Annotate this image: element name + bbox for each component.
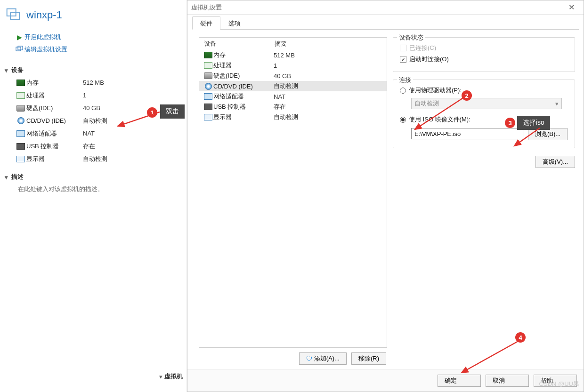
vm-settings-dialog: 虚拟机设置 ✕ 硬件 选项 设备 摘要 内存512 MB处理器1硬盘(IDE)4…: [187, 0, 584, 392]
hw-device: USB 控制器: [213, 103, 274, 111]
hw-device: 硬盘(IDE): [213, 72, 274, 80]
dialog-title: 虚拟机设置: [191, 3, 222, 12]
device-row-usb[interactable]: USB 控制器存在: [8, 140, 178, 152]
hw-summary: 自动检测: [274, 113, 298, 121]
connected-label: 已连接(C): [409, 44, 436, 52]
hw-row-mem[interactable]: 内存512 MB: [199, 50, 387, 60]
net-icon: [203, 92, 213, 101]
device-value: 自动检测: [83, 155, 107, 163]
close-icon[interactable]: ✕: [562, 1, 581, 14]
vm-summary-pane: winxp-1 ▶ 开启此虚拟机 编辑虚拟机设置 ▾ 设备 内存512 MB处理…: [0, 0, 187, 392]
iso-path-input[interactable]: [411, 128, 524, 139]
vm-footer-collapse[interactable]: ▾ 虚拟机: [159, 372, 183, 381]
add-hardware-button[interactable]: 🛡 添加(A)...: [299, 352, 347, 365]
hw-row-hdd[interactable]: 硬盘(IDE)40 GB: [199, 71, 387, 81]
watermark: CSDN @UU果: [539, 380, 579, 388]
physical-drive-select: 自动检测 ▾: [411, 98, 562, 109]
device-label: 内存: [26, 79, 83, 87]
hw-summary: 1: [274, 62, 277, 69]
vm-footer-label: 虚拟机: [164, 372, 183, 381]
annotation-badge-4: 4: [515, 332, 526, 343]
device-row-cpu[interactable]: 处理器1: [8, 89, 178, 102]
physical-drive-value: 自动检测: [414, 99, 439, 108]
devices-header[interactable]: ▾ 设备: [5, 66, 178, 74]
annotation-chip-3: 选择iso: [517, 116, 550, 130]
description-section: ▾ 描述 在此处键入对该虚拟机的描述。: [0, 167, 187, 195]
hw-device: 处理器: [213, 61, 274, 70]
edit-vm-action[interactable]: 编辑虚拟机设置: [14, 43, 187, 56]
hardware-column: 设备 摘要 内存512 MB处理器1硬盘(IDE)40 GBCD/DVD (ID…: [199, 37, 387, 365]
tabstrip: 硬件 选项: [192, 16, 579, 30]
hw-row-mon[interactable]: 显示器自动检测: [199, 112, 387, 122]
device-value: 512 MB: [83, 79, 104, 86]
physical-label: 使用物理驱动器(P):: [409, 86, 462, 95]
device-value: 40 GB: [83, 104, 100, 112]
annotation-badge-3: 3: [505, 118, 515, 128]
device-row-mon[interactable]: 显示器自动检测: [8, 152, 178, 165]
device-row-mem[interactable]: 内存512 MB: [8, 76, 178, 89]
advanced-button[interactable]: 高级(V)...: [535, 156, 575, 168]
hardware-listbox: 设备 摘要 内存512 MB处理器1硬盘(IDE)40 GBCD/DVD (ID…: [199, 37, 387, 348]
device-label: 处理器: [26, 91, 83, 100]
annotation-chip-1: 双击: [160, 104, 185, 119]
hw-row-cpu[interactable]: 处理器1: [199, 60, 387, 71]
vm-actions: ▶ 开启此虚拟机 编辑虚拟机设置: [0, 29, 187, 60]
devices-section: ▾ 设备 内存512 MB处理器1硬盘(IDE)40 GBCD/DVD (IDE…: [0, 60, 187, 167]
physical-radio[interactable]: [400, 88, 406, 94]
cpu-icon: [15, 91, 26, 100]
chevron-down-icon: ▾: [159, 373, 162, 380]
device-row-net[interactable]: 网络适配器NAT: [8, 127, 178, 140]
tab-options[interactable]: 选项: [220, 16, 249, 30]
col-summary: 摘要: [275, 40, 287, 48]
hw-device: CD/DVD (IDE): [213, 83, 274, 90]
device-value: 1: [83, 92, 86, 99]
device-status-legend: 设备状态: [397, 33, 425, 42]
hw-summary: 512 MB: [274, 52, 295, 59]
cd-icon: [203, 82, 213, 90]
net-icon: [15, 129, 26, 138]
dialog-titlebar[interactable]: 虚拟机设置 ✕: [187, 0, 584, 15]
shield-icon: 🛡: [306, 355, 312, 362]
hw-device: 内存: [213, 51, 274, 59]
advanced-row: 高级(V)...: [393, 156, 575, 168]
connect-at-poweron-row[interactable]: ✓ 启动时连接(O): [400, 54, 568, 65]
cd-icon: [15, 117, 26, 125]
hw-row-usb[interactable]: USB 控制器存在: [199, 102, 387, 112]
tab-hardware[interactable]: 硬件: [192, 16, 220, 30]
remove-hardware-button[interactable]: 移除(R): [351, 352, 386, 365]
poweron-checkbox[interactable]: ✓: [400, 56, 406, 63]
mon-icon: [203, 113, 213, 121]
hw-device: 网络适配器: [213, 92, 274, 101]
description-header[interactable]: ▾ 描述: [5, 173, 178, 181]
description-placeholder[interactable]: 在此处键入对该虚拟机的描述。: [8, 183, 178, 193]
annotation-badge-2: 2: [462, 90, 472, 101]
start-vm-label: 开启此虚拟机: [24, 33, 61, 41]
cancel-button[interactable]: 取消: [486, 375, 529, 387]
ok-button[interactable]: 确定: [438, 375, 481, 387]
hw-device: 显示器: [213, 113, 274, 121]
iso-radio[interactable]: [400, 117, 406, 123]
cpu-icon: [203, 61, 213, 70]
hw-row-net[interactable]: 网络适配器NAT: [199, 91, 387, 102]
devices-title: 设备: [11, 66, 24, 74]
device-status-group: 设备状态 已连接(C) ✓ 启动时连接(O): [393, 37, 575, 72]
chevron-down-icon: ▾: [555, 100, 559, 107]
hw-row-cd[interactable]: CD/DVD (IDE)自动检测: [199, 81, 387, 91]
tab-content: 设备 摘要 内存512 MB处理器1硬盘(IDE)40 GBCD/DVD (ID…: [192, 30, 579, 365]
use-physical-drive-row[interactable]: 使用物理驱动器(P):: [400, 85, 568, 96]
device-label: CD/DVD (IDE): [26, 117, 83, 124]
chevron-down-icon: ▾: [5, 174, 11, 181]
start-vm-action[interactable]: ▶ 开启此虚拟机: [14, 31, 187, 43]
hw-summary: NAT: [274, 93, 285, 100]
hw-summary: 40 GB: [274, 72, 291, 80]
usb-icon: [15, 142, 26, 151]
dialog-body: 硬件 选项 设备 摘要 内存512 MB处理器1硬盘(IDE)40 GBCD/D…: [187, 15, 584, 365]
annotation-badge-1: 1: [147, 107, 157, 118]
poweron-label: 启动时连接(O): [409, 55, 449, 64]
vm-title-row: winxp-1: [0, 4, 187, 29]
svg-rect-2: [16, 47, 21, 51]
mon-icon: [15, 155, 26, 163]
dialog-footer: 确定 取消 帮助: [187, 369, 584, 392]
connected-checkbox-row: 已连接(C): [400, 42, 568, 54]
iso-label: 使用 ISO 映像文件(M):: [409, 115, 470, 124]
